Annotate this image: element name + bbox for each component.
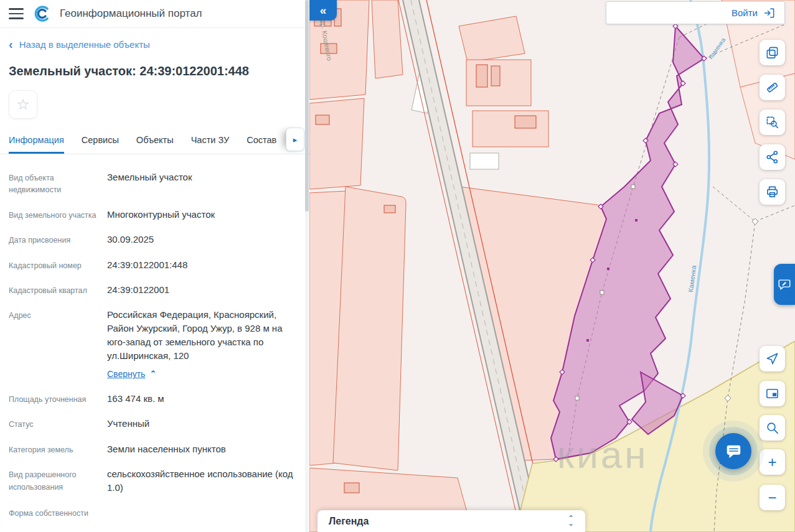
field-value: сельскохозяйственное использование (код …	[102, 467, 301, 495]
field-label: Статус	[9, 417, 102, 431]
field-label: Кадастровый квартал	[9, 283, 102, 297]
field-value: Российская Федерация, Красноярский, Райо…	[102, 308, 301, 381]
tab-information[interactable]: Информация	[9, 129, 64, 154]
overview-map-icon	[765, 386, 779, 401]
field-label: Площадь уточненная	[9, 392, 102, 406]
login-button[interactable]: Войти	[606, 1, 785, 24]
feedback-pen-icon	[778, 278, 791, 291]
legend-title: Легенда	[329, 516, 369, 527]
field-value: 163 474 кв. м	[102, 392, 301, 406]
field-row: Вид объекта недвижимости Земельный участ…	[9, 170, 301, 197]
field-label: Вид земельного участка	[9, 208, 102, 222]
page-title: Земельный участок: 24:39:0122001:448	[0, 63, 309, 79]
back-link-label: Назад в выделенные объекты	[19, 39, 150, 50]
panel-header: Геоинформационный портал	[0, 0, 309, 28]
field-row: Форма собственности	[9, 506, 301, 520]
double-chevron-left-icon: «	[320, 4, 327, 17]
map-area: пер. Кошевого Каменка Каменка киан « Вой…	[309, 0, 795, 532]
layers-icon	[765, 45, 779, 60]
field-label: Кадастровый номер	[9, 258, 102, 272]
field-value: Учтенный	[102, 417, 301, 431]
tabs-scroll-right-button[interactable]: ▸	[286, 128, 304, 151]
tab-composition[interactable]: Состав	[247, 129, 276, 154]
field-value: 24:39:0122001:448	[102, 258, 301, 272]
address-text: Российская Федерация, Красноярский, Райо…	[107, 309, 283, 360]
chevron-down-icon: ⌄	[568, 521, 574, 526]
back-link[interactable]: ‹ Назад в выделенные объекты	[0, 28, 309, 50]
search-icon	[765, 421, 779, 435]
geo-portal-app: Геоинформационный портал ‹ Назад в выдел…	[0, 0, 795, 532]
field-label: Дата присвоения	[9, 233, 102, 246]
plus-icon: +	[768, 455, 776, 470]
app-title: Геоинформационный портал	[60, 7, 202, 20]
collapse-label: Свернуть	[107, 368, 145, 380]
chevron-right-icon: ▸	[293, 135, 298, 144]
overview-map-button[interactable]	[760, 381, 785, 406]
measure-button[interactable]	[760, 75, 785, 100]
map-watermark: киан	[557, 433, 648, 476]
field-row: Статус Учтенный	[9, 417, 301, 431]
ruler-icon	[765, 80, 779, 95]
login-label: Войти	[731, 7, 758, 18]
field-row: Дата присвоения 30.09.2025	[9, 233, 301, 246]
tab-parcel-parts[interactable]: Части ЗУ	[191, 129, 230, 154]
field-value: 24:39:0122001	[102, 283, 301, 297]
field-label: Вид объекта недвижимости	[9, 170, 102, 197]
back-chevron-icon: ‹	[9, 38, 13, 50]
chat-bubble-icon	[724, 442, 743, 460]
map-search-button[interactable]	[760, 415, 785, 441]
portal-logo-icon	[32, 4, 51, 23]
chevron-up-icon: ⌃	[149, 368, 156, 380]
zoom-out-button[interactable]: −	[760, 485, 785, 510]
address-collapse-link[interactable]: Свернуть ⌃	[107, 368, 156, 380]
menu-icon[interactable]	[9, 8, 24, 19]
field-row: Категория земель Земли населенных пункто…	[9, 442, 301, 456]
feedback-tab[interactable]	[774, 264, 795, 305]
print-button[interactable]	[760, 179, 785, 205]
attributes-list: Вид объекта недвижимости Земельный участ…	[0, 154, 309, 520]
chat-button[interactable]	[715, 433, 751, 469]
panel-collapse-button[interactable]: «	[309, 0, 337, 21]
field-label: Форма собственности	[9, 506, 102, 520]
minus-icon: −	[768, 490, 776, 505]
favorite-button[interactable]: ☆	[9, 90, 37, 119]
tab-bar: Информация Сервисы Объекты Части ЗУ Сост…	[0, 129, 309, 154]
locate-button[interactable]	[760, 346, 785, 371]
panel-scrollbar[interactable]	[305, 0, 309, 532]
field-row: Вид разрешенного использования сельскохо…	[9, 467, 301, 495]
star-icon: ☆	[16, 96, 30, 113]
field-row: Кадастровый квартал 24:39:0122001	[9, 283, 301, 297]
layers-button[interactable]	[760, 40, 785, 65]
field-row: Вид земельного участка Многоконтурный уч…	[9, 208, 301, 222]
area-search-button[interactable]	[760, 110, 785, 135]
location-arrow-icon	[765, 352, 779, 366]
legend-bar[interactable]: Легенда ⌃ ⌄	[318, 510, 585, 532]
area-search-icon	[765, 115, 779, 129]
field-value: 30.09.2025	[102, 233, 301, 246]
field-value: Земли населенных пунктов	[102, 442, 301, 456]
field-row: Кадастровый номер 24:39:0122001:448	[9, 258, 301, 272]
field-value: Земельный участок	[102, 170, 301, 197]
tab-objects[interactable]: Объекты	[136, 129, 174, 154]
zoom-in-button[interactable]: +	[760, 449, 785, 475]
legend-toggle[interactable]: ⌃ ⌄	[568, 516, 574, 526]
object-info-panel: Геоинформационный портал ‹ Назад в выдел…	[0, 0, 309, 532]
field-row-address: Адрес Российская Федерация, Красноярский…	[9, 308, 301, 381]
field-label: Вид разрешенного использования	[9, 467, 102, 495]
print-icon	[765, 185, 779, 199]
field-row: Площадь уточненная 163 474 кв. м	[9, 392, 301, 406]
field-label: Категория земель	[9, 442, 102, 456]
field-value: Многоконтурный участок	[102, 208, 301, 222]
tab-services[interactable]: Сервисы	[82, 129, 119, 154]
field-value	[102, 506, 301, 520]
share-icon	[765, 150, 779, 164]
share-button[interactable]	[760, 144, 785, 170]
login-icon	[763, 7, 776, 19]
field-label: Адрес	[9, 308, 102, 381]
